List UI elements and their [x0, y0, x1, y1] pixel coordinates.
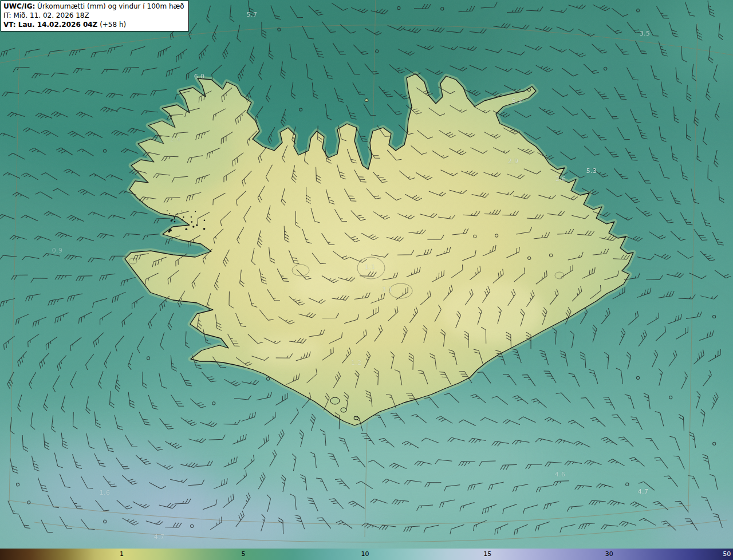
noise-texture [0, 0, 733, 549]
colorbar-tick: 5 [241, 549, 245, 560]
weather-map-app: 5.73.56.05.22.42.92.65.30.91.13.11.21.64… [0, 0, 733, 560]
colorbar: 1510153050 [0, 549, 733, 560]
valid-time-offset: (+58 h) [97, 21, 126, 29]
title-box: UWC/IG: Úrkomumætti (mm) og vindur í 100… [1, 1, 189, 31]
colorbar-tick: 1 [120, 549, 124, 560]
colorbar-tick: 15 [483, 549, 491, 560]
colorbar-tick: 50 [723, 549, 731, 560]
colorbar-tick: 10 [361, 549, 369, 560]
title-text: Úrkomumætti (mm) og vindur í 100m hæð [35, 2, 184, 10]
init-time-line: IT: Mið. 11. 02. 2026 18Z [3, 11, 184, 21]
valid-time-line: VT: Lau. 14.02.2026 04Z (+58 h) [3, 21, 184, 30]
map-area: 5.73.56.05.22.42.92.65.30.91.13.11.21.64… [0, 0, 733, 549]
colorbar-tick: 30 [605, 549, 613, 560]
map-canvas [0, 0, 733, 549]
title-line: UWC/IG: Úrkomumætti (mm) og vindur í 100… [3, 2, 184, 11]
valid-time-label: VT: Lau. 14.02.2026 04Z [3, 21, 97, 29]
model-label: UWC/IG: [3, 2, 35, 10]
